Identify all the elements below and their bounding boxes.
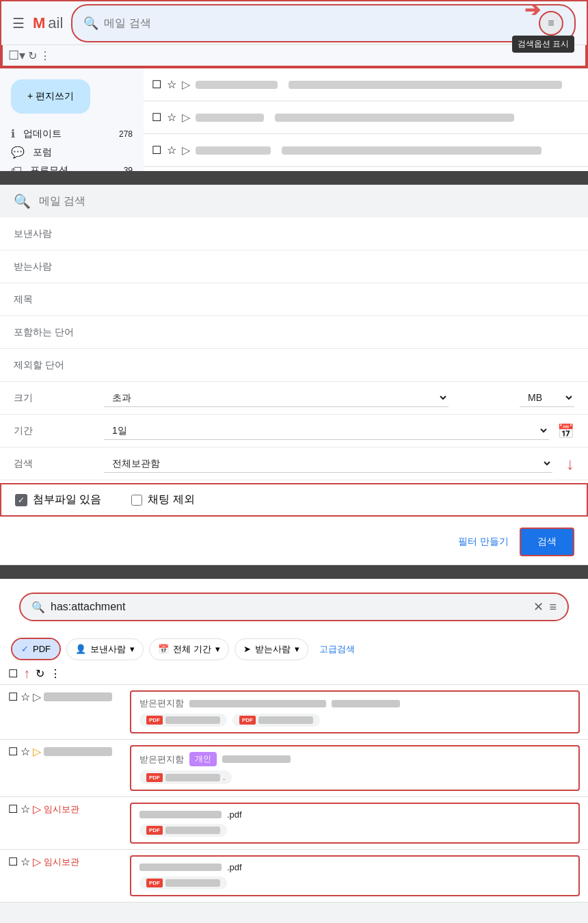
subject-blurred xyxy=(139,811,222,818)
promotions-badge: 39 xyxy=(124,166,133,171)
select-all-checkbox[interactable]: ☐▾ xyxy=(8,48,25,63)
row-checkbox[interactable]: ☐ xyxy=(8,690,18,703)
calendar-icon[interactable]: 📅 xyxy=(557,423,574,439)
result-meta-row: 받은편지함 xyxy=(139,697,570,710)
label-icon: ▷ xyxy=(33,855,41,868)
size-select[interactable]: 초과 미만 xyxy=(104,389,449,407)
sidebar-item-label: 프로모션 xyxy=(30,164,68,171)
more-options-button[interactable]: ⋮ xyxy=(40,49,51,62)
check-icon: ✓ xyxy=(21,644,29,654)
size-label: 크기 xyxy=(14,392,96,404)
star-icon[interactable]: ☆ xyxy=(21,745,30,758)
dark-divider xyxy=(0,171,588,185)
search-input-top[interactable] xyxy=(104,17,533,29)
sender-name xyxy=(196,114,264,122)
info-icon: ℹ xyxy=(11,127,15,140)
pdf-chip[interactable]: ✓ PDF xyxy=(12,639,59,659)
from-input[interactable] xyxy=(96,225,574,242)
results-select-all[interactable]: ☐ xyxy=(8,667,18,680)
results-options-button[interactable]: ≡ xyxy=(549,600,557,614)
sidebar-item-updates[interactable]: ℹ 업데이트 278 xyxy=(0,125,144,143)
email-preview xyxy=(282,146,542,155)
subject-blurred xyxy=(139,863,222,871)
hamburger-menu[interactable]: ☰ xyxy=(12,15,25,31)
checkbox-row: 첨부파일 있음 채팅 제외 xyxy=(0,483,588,517)
star-icon[interactable]: ☆ xyxy=(167,144,176,157)
row-checkbox[interactable]: ☐ xyxy=(152,111,161,124)
results-toolbar: ☐ ↑ ↻ ⋮ xyxy=(0,663,588,685)
star-icon[interactable]: ☆ xyxy=(167,78,176,91)
to-input[interactable] xyxy=(96,258,574,275)
star-icon[interactable]: ☆ xyxy=(167,111,176,124)
updates-badge: 278 xyxy=(119,129,133,139)
date-label: 기간 xyxy=(14,425,96,437)
date-select[interactable]: 1일 3일 1주 2주 1개월 2개월 6개월 1년 xyxy=(104,421,549,440)
result-email-row[interactable]: ☐ ☆ ▷ 받은편지함 개인 PDF . xyxy=(0,740,588,797)
draft-label: 임시보관 xyxy=(44,856,79,868)
date-blurred xyxy=(332,700,400,707)
attachment-label: 첨부파일 있음 xyxy=(33,493,101,507)
from-label: 보낸사람 xyxy=(14,228,96,240)
date-row: 기간 1일 3일 1주 2주 1개월 2개월 6개월 1년 📅 xyxy=(0,415,588,447)
result-email-row[interactable]: ☐ ☆ ▷ 임시보관 .pdf PDF xyxy=(0,850,588,902)
compose-button[interactable]: + 편지쓰기 xyxy=(11,79,90,114)
filter-link[interactable]: 필터 만들기 xyxy=(458,536,509,548)
personal-tag: 개인 xyxy=(189,752,217,766)
search-execute-button[interactable]: 검색 xyxy=(520,528,574,556)
results-search-input[interactable] xyxy=(51,601,528,613)
star-icon[interactable]: ☆ xyxy=(21,803,30,816)
from-field-row: 보낸사람 xyxy=(0,218,588,250)
pdf-icon: PDF xyxy=(146,826,163,835)
search-options-button[interactable]: ≡ xyxy=(539,11,563,36)
draft-label: 임시보관 xyxy=(44,803,79,816)
search-options-tooltip: 검색옵션 표시 xyxy=(512,36,574,53)
result-email-row[interactable]: ☐ ☆ ▷ 임시보관 .pdf PDF xyxy=(0,797,588,850)
result-email-row[interactable]: ☐ ☆ ▷ 받은편지함 PDF PDF xyxy=(0,685,588,740)
search-options-panel: 🔍 보낸사람 받는사람 제목 포함하는 단어 제외할 단어 크기 초과 미만 M… xyxy=(0,185,588,565)
pdf-icon: PDF xyxy=(146,716,163,725)
sidebar: + 편지쓰기 ℹ 업데이트 278 💬 포럼 🏷 프로모션 39 xyxy=(0,68,144,171)
results-clear-button[interactable]: ✕ xyxy=(533,599,544,614)
sender-name-blurred xyxy=(44,692,112,701)
date-chip[interactable]: 📅 전체 기간 ▾ xyxy=(149,638,229,660)
exclude-label: 제외할 단어 xyxy=(14,359,96,372)
row-checkbox[interactable]: ☐ xyxy=(152,78,161,91)
attachment-checkbox[interactable] xyxy=(15,494,27,506)
email-row[interactable]: ☐ ☆ ▷ xyxy=(144,101,588,134)
results-more[interactable]: ⋮ xyxy=(50,667,61,680)
result-content-3: .pdf PDF xyxy=(130,803,580,844)
email-row[interactable]: ☐ ☆ ▷ xyxy=(144,68,588,101)
subject-input[interactable] xyxy=(96,291,574,308)
star-icon[interactable]: ☆ xyxy=(21,690,30,703)
attachment-name-blurred xyxy=(165,879,220,887)
size-unit-select[interactable]: MB KB GB xyxy=(520,389,574,407)
advanced-search-link[interactable]: 고급검색 xyxy=(319,643,355,655)
result-row-left: ☐ ☆ ▷ 임시보관 xyxy=(8,855,124,868)
row-checkbox[interactable]: ☐ xyxy=(8,803,18,816)
search-in-select[interactable]: 전체보관함 받은편지함 보낸편지함 xyxy=(104,454,552,473)
to-label: 받는사람 xyxy=(14,261,96,273)
result-row-left: ☐ ☆ ▷ xyxy=(8,690,124,703)
size-value-input[interactable] xyxy=(457,389,511,406)
sender-chip[interactable]: 👤 보낸사람 ▾ xyxy=(66,638,144,660)
refresh-button[interactable]: ↻ xyxy=(28,49,37,62)
search-panel-input[interactable] xyxy=(39,195,574,207)
exclude-input[interactable] xyxy=(96,356,574,374)
results-refresh[interactable]: ↻ xyxy=(36,667,44,680)
label-icon: ▷ xyxy=(33,745,41,758)
pdf-attachment-3: PDF . xyxy=(139,770,232,784)
sidebar-item-forum[interactable]: 💬 포럼 xyxy=(0,143,144,161)
pdf-attachment-4: PDF xyxy=(139,824,227,837)
to-chip-icon: ➤ xyxy=(243,644,251,654)
calendar-chip-icon: 📅 xyxy=(158,644,169,654)
row-checkbox[interactable]: ☐ xyxy=(8,855,18,868)
email-row[interactable]: ☐ ☆ ▷ xyxy=(144,134,588,167)
row-checkbox[interactable]: ☐ xyxy=(152,144,161,157)
chat-exclude-checkbox[interactable] xyxy=(131,495,142,506)
star-icon[interactable]: ☆ xyxy=(21,855,30,868)
to-chip[interactable]: ➤ 받는사람 ▾ xyxy=(235,638,308,660)
row-checkbox[interactable]: ☐ xyxy=(8,745,18,758)
sidebar-item-promotions[interactable]: 🏷 프로모션 39 xyxy=(0,161,144,171)
words-input[interactable] xyxy=(96,324,574,341)
result-meta-row: .pdf xyxy=(139,809,570,820)
